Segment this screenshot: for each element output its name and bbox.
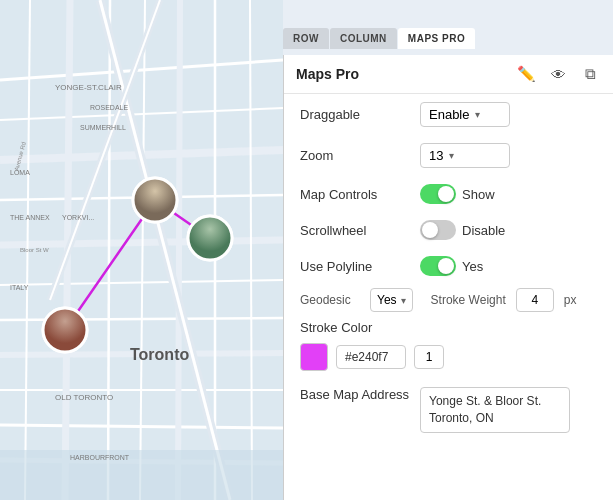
geodesic-label: Geodesic [300, 293, 360, 307]
zoom-control: 13 ▾ [420, 143, 597, 168]
svg-text:Bloor St W: Bloor St W [20, 247, 49, 253]
stroke-weight-label: Stroke Weight [431, 293, 506, 307]
svg-text:Toronto: Toronto [130, 346, 189, 363]
toggle-knob [422, 222, 438, 238]
chevron-down-icon: ▾ [401, 295, 406, 306]
svg-point-42 [43, 308, 87, 352]
svg-line-5 [0, 240, 283, 245]
svg-text:YONGE-ST.CLAIR: YONGE-ST.CLAIR [55, 83, 122, 92]
tab-column[interactable]: COLUMN [330, 28, 397, 49]
stroke-weight-unit: px [564, 293, 577, 307]
svg-point-40 [188, 216, 232, 260]
draggable-control: Enable ▾ [420, 102, 597, 127]
chevron-down-icon: ▾ [475, 109, 480, 120]
svg-point-38 [133, 178, 177, 222]
map-controls-label: Map Controls [300, 187, 420, 202]
base-map-address-label: Base Map Address [300, 387, 420, 402]
toggle-knob [438, 186, 454, 202]
base-map-address-control: Yonge St. & Bloor St. Toronto, ON [420, 387, 597, 433]
stroke-color-opacity[interactable] [414, 345, 444, 369]
scrollwheel-toggle-label: Disable [462, 223, 505, 238]
pencil-icon[interactable]: ✏️ [515, 63, 537, 85]
zoom-dropdown[interactable]: 13 ▾ [420, 143, 510, 168]
zoom-label: Zoom [300, 148, 420, 163]
panel-toolbar: Maps Pro ✏️ 👁 ⧉ [284, 55, 613, 94]
svg-text:ROSEDALE: ROSEDALE [90, 104, 128, 111]
stroke-color-row: #e240f7 [284, 337, 613, 377]
right-panel: Maps Pro ✏️ 👁 ⧉ Draggable Enable ▾ Zoom … [283, 55, 613, 500]
tab-row[interactable]: ROW [283, 28, 329, 49]
svg-text:OLD TORONTO: OLD TORONTO [55, 393, 113, 402]
svg-text:ITALY: ITALY [10, 284, 29, 291]
svg-text:YORKVI...: YORKVI... [62, 214, 94, 221]
zoom-row: Zoom 13 ▾ [284, 135, 613, 176]
svg-text:HARBOURFRONT: HARBOURFRONT [70, 454, 130, 461]
draggable-row: Draggable Enable ▾ [284, 94, 613, 135]
svg-text:THE ANNEX: THE ANNEX [10, 214, 50, 221]
eye-icon[interactable]: 👁 [547, 63, 569, 85]
use-polyline-row: Use Polyline Yes [284, 248, 613, 284]
scrollwheel-control: Disable [420, 220, 597, 240]
tab-bar: ROW COLUMN MAPS PRO [283, 28, 476, 49]
scrollwheel-toggle[interactable] [420, 220, 456, 240]
panel-title: Maps Pro [296, 66, 505, 82]
stroke-color-label: Stroke Color [300, 320, 372, 335]
toggle-knob [438, 258, 454, 274]
stroke-color-section: Stroke Color [284, 316, 613, 337]
draggable-label: Draggable [300, 107, 420, 122]
use-polyline-toggle[interactable] [420, 256, 456, 276]
map-controls-toggle-label: Show [462, 187, 495, 202]
map-area: YONGE-ST.CLAIR SUMMERHILL ROSEDALE LOMA … [0, 0, 283, 500]
geodesic-stroke-row: Geodesic Yes ▾ Stroke Weight px [284, 284, 613, 316]
map-controls-toggle[interactable] [420, 184, 456, 204]
scrollwheel-row: Scrollwheel Disable [284, 212, 613, 248]
svg-rect-23 [0, 450, 283, 500]
use-polyline-label: Use Polyline [300, 259, 420, 274]
stroke-color-hex[interactable]: #e240f7 [336, 345, 406, 369]
use-polyline-toggle-label: Yes [462, 259, 483, 274]
copy-icon[interactable]: ⧉ [579, 63, 601, 85]
geodesic-dropdown[interactable]: Yes ▾ [370, 288, 413, 312]
base-map-address-row: Base Map Address Yonge St. & Bloor St. T… [284, 377, 613, 441]
base-map-address-value[interactable]: Yonge St. & Bloor St. Toronto, ON [420, 387, 570, 433]
map-controls-row: Map Controls Show [284, 176, 613, 212]
stroke-weight-input[interactable] [516, 288, 554, 312]
tab-maps-pro[interactable]: MAPS PRO [398, 28, 475, 49]
use-polyline-control: Yes [420, 256, 597, 276]
svg-text:SUMMERHILL: SUMMERHILL [80, 124, 126, 131]
draggable-dropdown[interactable]: Enable ▾ [420, 102, 510, 127]
chevron-down-icon: ▾ [449, 150, 454, 161]
svg-line-16 [178, 0, 180, 500]
map-controls-control: Show [420, 184, 597, 204]
scrollwheel-label: Scrollwheel [300, 223, 420, 238]
stroke-color-swatch[interactable] [300, 343, 328, 371]
